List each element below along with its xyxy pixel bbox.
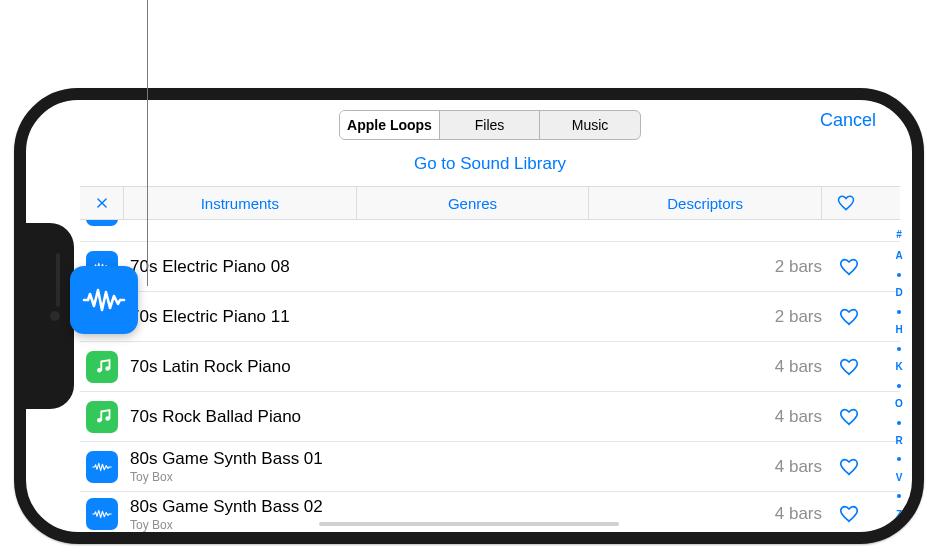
loop-text: 70s Latin Rock Piano (130, 357, 767, 377)
device-frame: Apple Loops Files Music Cancel Go to Sou… (14, 88, 924, 544)
sound-library-link[interactable]: Go to Sound Library (80, 144, 900, 186)
loop-subtitle: Toy Box (130, 470, 767, 484)
loop-length: 4 bars (775, 457, 822, 477)
loop-row[interactable]: 70s Electric Piano 062 bars (80, 220, 900, 242)
loop-row[interactable]: 70s Electric Piano 112 bars (80, 292, 900, 342)
home-indicator (319, 522, 619, 526)
index-dot[interactable] (897, 421, 901, 425)
index-letter[interactable]: D (895, 288, 902, 298)
index-dot[interactable] (897, 494, 901, 498)
midi-loop-icon (86, 351, 118, 383)
favorite-button[interactable] (836, 454, 862, 480)
filter-tab-genres[interactable]: Genres (357, 187, 590, 219)
index-letter[interactable]: O (895, 399, 903, 409)
loop-length: 2 bars (775, 307, 822, 327)
dragged-loop-tile[interactable] (70, 266, 138, 334)
waveform-icon (91, 456, 113, 478)
loop-text: 70s Rock Ballad Piano (130, 407, 767, 427)
index-letter[interactable]: Z (896, 510, 902, 520)
cancel-button[interactable]: Cancel (820, 110, 876, 131)
waveform-icon (80, 276, 128, 324)
index-letter[interactable]: K (895, 362, 902, 372)
loop-title: 80s Game Synth Bass 02 (130, 497, 767, 517)
index-letter[interactable]: # (896, 230, 902, 240)
heart-icon (838, 256, 860, 278)
segment-files[interactable]: Files (440, 111, 540, 139)
top-toolbar: Apple Loops Files Music Cancel (80, 100, 900, 144)
loop-row[interactable]: 80s Game Synth Bass 02Toy Box4 bars (80, 492, 900, 532)
heart-icon (838, 456, 860, 478)
callout-line (147, 0, 148, 286)
music-note-icon (91, 406, 113, 428)
loop-length: 4 bars (775, 357, 822, 377)
loop-row[interactable]: 70s Rock Ballad Piano4 bars (80, 392, 900, 442)
loop-length: 4 bars (775, 504, 822, 524)
music-note-icon (91, 356, 113, 378)
heart-icon (838, 406, 860, 428)
loop-text: 70s Electric Piano 11 (130, 307, 767, 327)
index-dot[interactable] (897, 273, 901, 277)
segment-music[interactable]: Music (540, 111, 640, 139)
clear-filters-button[interactable] (80, 187, 124, 219)
midi-loop-icon (86, 401, 118, 433)
loop-list[interactable]: 70s Electric Piano 062 bars70s Electric … (80, 220, 900, 532)
index-dot[interactable] (897, 457, 901, 461)
favorite-button[interactable] (836, 254, 862, 280)
close-icon (95, 196, 109, 210)
loop-row[interactable]: 70s Electric Piano 082 bars (80, 242, 900, 292)
heart-icon (838, 356, 860, 378)
section-index-bar[interactable]: #ADHKORVZ (888, 226, 910, 524)
filter-tab-descriptors[interactable]: Descriptors (589, 187, 822, 219)
favorite-button[interactable] (836, 404, 862, 430)
loop-text: 80s Game Synth Bass 01Toy Box (130, 449, 767, 484)
loop-title: 70s Rock Ballad Piano (130, 407, 767, 427)
loop-title: 70s Electric Piano 11 (130, 307, 767, 327)
device-notch (14, 223, 74, 409)
index-letter[interactable]: R (895, 436, 902, 446)
loop-title: 70s Electric Piano 08 (130, 257, 767, 277)
index-dot[interactable] (897, 310, 901, 314)
screen: Apple Loops Files Music Cancel Go to Sou… (26, 100, 912, 532)
loop-length: 4 bars (775, 407, 822, 427)
favorite-button[interactable] (836, 501, 862, 527)
loop-title: 70s Latin Rock Piano (130, 357, 767, 377)
index-dot[interactable] (897, 347, 901, 351)
favorite-button[interactable] (836, 354, 862, 380)
index-letter[interactable]: A (895, 251, 902, 261)
audio-loop-icon (86, 220, 118, 226)
filter-bar-spacer (870, 187, 900, 219)
index-letter[interactable]: V (896, 473, 903, 483)
loop-text: 80s Game Synth Bass 02Toy Box (130, 497, 767, 532)
heart-icon (836, 193, 856, 213)
heart-icon (838, 503, 860, 525)
audio-loop-icon (86, 498, 118, 530)
favorite-button[interactable] (836, 304, 862, 330)
filter-tab-instruments[interactable]: Instruments (124, 187, 357, 219)
loop-length: 2 bars (775, 257, 822, 277)
filter-bar: Instruments Genres Descriptors (80, 186, 900, 220)
filter-favorites-button[interactable] (822, 187, 870, 219)
waveform-icon (91, 503, 113, 525)
source-segmented-control[interactable]: Apple Loops Files Music (339, 110, 641, 140)
loop-row[interactable]: 70s Latin Rock Piano4 bars (80, 342, 900, 392)
loop-row[interactable]: 80s Game Synth Bass 01Toy Box4 bars (80, 442, 900, 492)
audio-loop-icon (86, 451, 118, 483)
heart-icon (838, 306, 860, 328)
waveform-icon (91, 220, 113, 221)
segment-apple-loops[interactable]: Apple Loops (340, 111, 440, 139)
index-dot[interactable] (897, 384, 901, 388)
loop-title: 80s Game Synth Bass 01 (130, 449, 767, 469)
index-letter[interactable]: H (895, 325, 902, 335)
loop-text: 70s Electric Piano 08 (130, 257, 767, 277)
